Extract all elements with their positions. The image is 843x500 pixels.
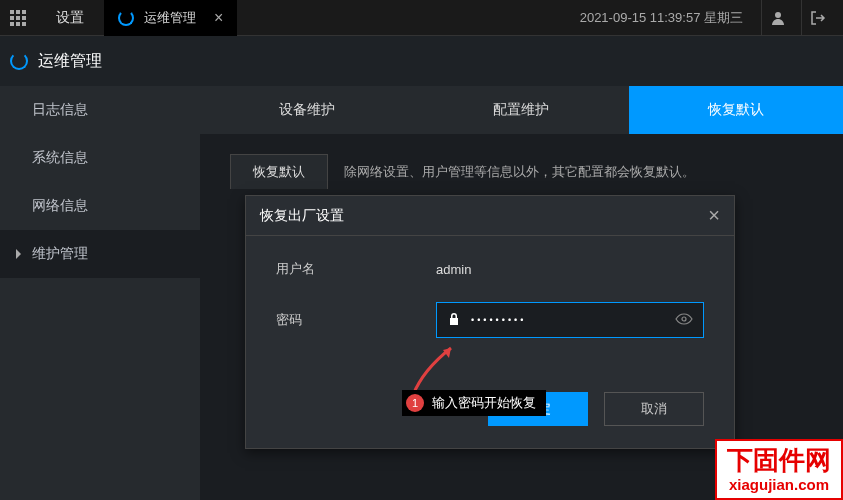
settings-label[interactable]: 设置 (36, 9, 104, 27)
password-label: 密码 (276, 311, 436, 329)
inner-tab-restore[interactable]: 恢复默认 (230, 154, 328, 189)
svg-point-0 (775, 12, 781, 18)
user-icon[interactable] (761, 0, 793, 36)
tab-restore-default[interactable]: 恢复默认 (629, 86, 843, 134)
apps-icon[interactable] (0, 0, 36, 36)
eye-icon[interactable] (675, 313, 693, 328)
top-bar: 设置 运维管理 × 2021-09-15 11:39:57 星期三 (0, 0, 843, 36)
annotation-text: 输入密码开始恢复 (432, 394, 536, 412)
sidebar-item-log[interactable]: 日志信息 (0, 86, 200, 134)
watermark-top: 下固件网 (727, 445, 831, 476)
close-icon[interactable]: × (214, 9, 223, 27)
tab-ops-mgmt[interactable]: 运维管理 × (104, 0, 237, 36)
password-mask: ••••••••• (471, 315, 675, 325)
svg-point-1 (682, 317, 686, 321)
spinner-icon (118, 10, 134, 26)
spinner-icon (10, 52, 28, 70)
watermark-bottom: xiagujian.com (727, 476, 831, 494)
tab-config-maintain[interactable]: 配置维护 (414, 86, 628, 134)
logout-icon[interactable] (801, 0, 833, 36)
annotation-tooltip: 1 输入密码开始恢复 (402, 390, 546, 416)
datetime: 2021-09-15 11:39:57 星期三 (570, 9, 753, 27)
sidebar-item-maintain[interactable]: 维护管理 (0, 230, 200, 278)
page-header: 运维管理 (0, 36, 843, 86)
username-label: 用户名 (276, 260, 436, 278)
tab-label: 运维管理 (144, 9, 196, 27)
tab-device-maintain[interactable]: 设备维护 (200, 86, 414, 134)
watermark: 下固件网 xiagujian.com (715, 439, 843, 500)
lock-icon (447, 312, 461, 329)
dialog-title: 恢复出厂设置 (260, 207, 708, 225)
cancel-button[interactable]: 取消 (604, 392, 704, 426)
annotation-number: 1 (406, 394, 424, 412)
sidebar-item-network[interactable]: 网络信息 (0, 182, 200, 230)
page-title: 运维管理 (38, 51, 102, 72)
sidebar-item-system[interactable]: 系统信息 (0, 134, 200, 182)
password-input[interactable]: ••••••••• (436, 302, 704, 338)
restore-note: 除网络设置、用户管理等信息以外，其它配置都会恢复默认。 (344, 163, 695, 181)
sidebar: 日志信息 系统信息 网络信息 维护管理 (0, 86, 200, 500)
username-value: admin (436, 262, 471, 277)
dialog-close-icon[interactable]: × (708, 204, 720, 227)
